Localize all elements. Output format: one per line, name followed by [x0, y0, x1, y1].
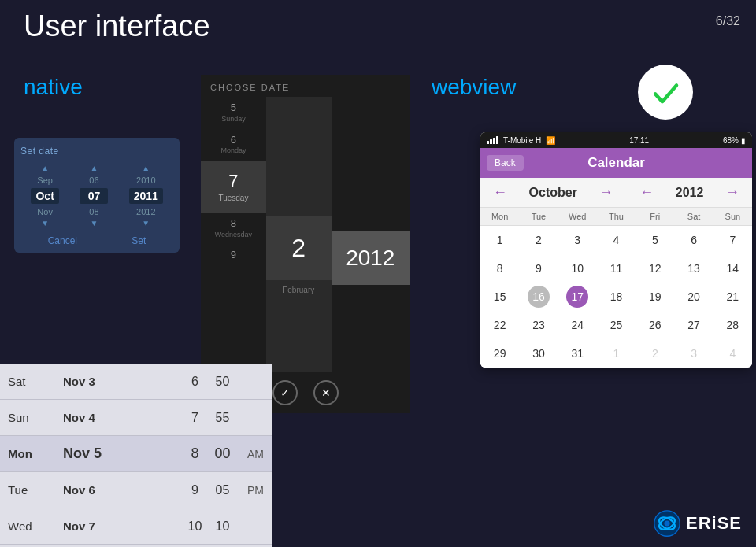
calendar-day[interactable]: 13	[687, 256, 700, 281]
ios-scroll-picker[interactable]: Sat Nov 3 6 50 Sun Nov 4 7 55 Mon Nov 5 …	[0, 364, 272, 547]
ios-picker-row: Wed Nov 7 10 10	[0, 508, 272, 545]
ios-picker-row: Sat Nov 3 6 50	[0, 364, 272, 400]
calendar-day-wrapper: 11	[597, 254, 636, 283]
status-bar: T-Mobile H 📶 17:11 68% ▮	[480, 132, 752, 148]
header-title: User interface	[24, 9, 210, 43]
battery-text: 68%	[723, 136, 739, 145]
day-spinner[interactable]: ▲ 06 07 08 ▼	[80, 164, 108, 227]
checkmark-circle	[638, 65, 693, 120]
month-down[interactable]: ▼	[41, 220, 49, 227]
calendar-day[interactable]: 10	[571, 256, 584, 281]
calendar-day-wrapper: 7	[713, 226, 752, 254]
calendar-day[interactable]: 25	[610, 312, 623, 338]
next-month-arrow[interactable]: →	[595, 183, 618, 202]
month-label: October	[529, 186, 577, 200]
day-down[interactable]: ▼	[90, 220, 98, 227]
calendar-day[interactable]: 1	[497, 227, 503, 253]
calendar-day-wrapper: 19	[636, 283, 674, 311]
calendar-day[interactable]: 6	[691, 227, 697, 253]
svg-point-3	[664, 520, 669, 526]
signal-bar-2	[490, 139, 492, 144]
calendar-day[interactable]: 14	[727, 256, 739, 281]
wp-date-picker: CHOOSE DATE 5Sunday 6Monday 7Tuesday 8We…	[201, 75, 410, 413]
calendar-day[interactable]: 27	[687, 312, 700, 338]
calendar-day-wrapper: 28	[713, 311, 752, 339]
prev-month-arrow[interactable]: ←	[488, 183, 512, 202]
calendar-day-wrapper: 29	[480, 339, 519, 368]
year-down[interactable]: ▼	[142, 220, 150, 227]
calendar-day[interactable]: 7	[729, 227, 736, 253]
next-year-arrow[interactable]: →	[721, 183, 744, 202]
wp-cancel-button[interactable]: ✕	[313, 380, 339, 405]
wp-day-column[interactable]: 5Sunday 6Monday 7Tuesday 8Wednesday 9	[201, 97, 266, 372]
year-above: 2010	[136, 176, 155, 185]
calendar-day[interactable]: 19	[649, 284, 662, 309]
calendar-day[interactable]: 26	[649, 312, 662, 338]
calendar-day[interactable]: 2	[652, 341, 658, 366]
calendar-day[interactable]: 15	[494, 284, 506, 309]
calendar-day-wrapper: 16	[519, 283, 558, 311]
year-below: 2012	[136, 207, 155, 216]
wp-month-selected: 2	[266, 216, 332, 281]
wp-confirm-button[interactable]: ✓	[272, 380, 298, 405]
year-spinner[interactable]: ▲ 2010 2011 2012 ▼	[129, 164, 163, 227]
calendar-day[interactable]: 23	[532, 312, 545, 338]
day-current: 07	[80, 188, 108, 204]
calendar-day[interactable]: 17	[566, 286, 588, 308]
ios-nav-bar: Back Calendar	[480, 148, 752, 178]
year-up[interactable]: ▲	[142, 164, 150, 172]
wp-day-item: 6Monday	[201, 129, 266, 161]
calendar-day[interactable]: 3	[691, 341, 697, 366]
calendar-day[interactable]: 9	[536, 256, 542, 281]
calendar-day-wrapper: 13	[674, 254, 713, 283]
calendar-day[interactable]: 30	[532, 341, 545, 366]
wp-picker-header: CHOOSE DATE	[201, 75, 410, 97]
prev-year-arrow[interactable]: ←	[635, 183, 658, 202]
battery-icon: ▮	[741, 136, 746, 145]
calendar-day[interactable]: 4	[613, 227, 620, 253]
calendar-day[interactable]: 18	[610, 284, 623, 309]
month-above: Sep	[37, 176, 53, 185]
weekday-mon: Mon	[480, 208, 519, 225]
wp-day-item: 9	[201, 244, 266, 267]
wp-month-column[interactable]: 2 February	[266, 97, 332, 372]
cancel-button[interactable]: Cancel	[48, 235, 77, 246]
calendar-day[interactable]: 1	[613, 341, 620, 366]
calendar-day[interactable]: 20	[687, 284, 700, 309]
month-up[interactable]: ▲	[41, 164, 49, 172]
calendar-day-wrapper: 1	[480, 226, 519, 254]
weekday-wed: Wed	[558, 208, 597, 225]
month-spinner[interactable]: ▲ Sep Oct Nov ▼	[31, 164, 59, 227]
wp-year-column[interactable]: 2012	[332, 97, 410, 372]
calendar-day[interactable]: 4	[729, 341, 736, 366]
calendar-day[interactable]: 24	[571, 312, 584, 338]
calendar-day[interactable]: 29	[494, 341, 506, 366]
ios-calendar: T-Mobile H 📶 17:11 68% ▮ Back Calendar ←…	[480, 132, 752, 368]
calendar-day[interactable]: 8	[497, 256, 503, 281]
year-label: 2012	[676, 186, 704, 200]
weekday-thu: Thu	[597, 208, 636, 225]
calendar-day[interactable]: 31	[571, 341, 584, 366]
erise-text: ERiSE	[686, 513, 742, 534]
day-above: 06	[89, 176, 98, 185]
day-up[interactable]: ▲	[90, 164, 98, 172]
calendar-day-wrapper: 14	[713, 254, 752, 283]
calendar-day[interactable]: 16	[528, 286, 550, 308]
set-button[interactable]: Set	[132, 235, 146, 246]
signal-bar-3	[493, 138, 495, 144]
calendar-day[interactable]: 21	[727, 284, 739, 309]
calendar-day[interactable]: 11	[610, 256, 623, 281]
calendar-day-wrapper: 6	[674, 226, 713, 254]
back-button[interactable]: Back	[487, 155, 524, 171]
calendar-day[interactable]: 28	[727, 312, 739, 338]
calendar-day[interactable]: 3	[574, 227, 580, 253]
page-counter: 6/32	[716, 14, 740, 28]
calendar-day[interactable]: 5	[652, 227, 658, 253]
calendar-day-wrapper: 27	[674, 311, 713, 339]
calendar-day[interactable]: 2	[536, 227, 542, 253]
calendar-day-wrapper: 17	[558, 283, 597, 311]
day-below: 08	[89, 207, 98, 216]
calendar-day[interactable]: 12	[649, 256, 662, 281]
calendar-days: 1234567891011121314151617181920212223242…	[480, 226, 752, 368]
calendar-day[interactable]: 22	[494, 312, 506, 338]
